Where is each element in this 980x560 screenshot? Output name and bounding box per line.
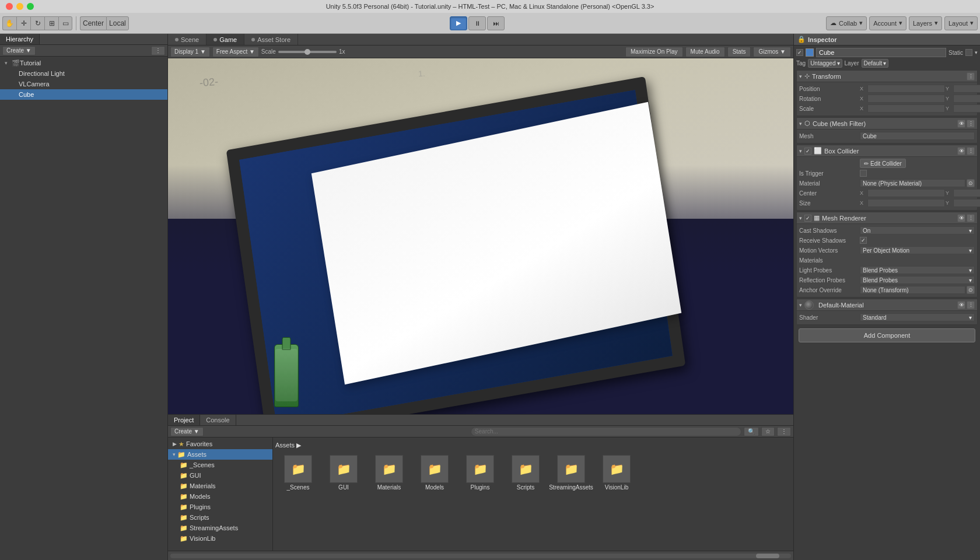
center-y-input[interactable]: 0 xyxy=(953,189,980,197)
center-x-input[interactable]: 0 xyxy=(867,189,945,197)
project-tab[interactable]: Project xyxy=(168,415,200,425)
receive-shadows-checkbox[interactable] xyxy=(860,237,867,244)
folder-streaming-assets[interactable]: 📁 StreamingAssets xyxy=(168,523,272,533)
rotate-tool[interactable]: ↻ xyxy=(30,16,44,30)
play-button[interactable]: ▶ xyxy=(450,16,467,30)
folder-gui[interactable]: 📁 GUI xyxy=(168,470,272,481)
rect-tool[interactable]: ▭ xyxy=(58,16,72,30)
hierarchy-item-directional-light[interactable]: Directional Light xyxy=(0,68,167,79)
transform-context-btn[interactable]: ⋮ xyxy=(967,72,975,80)
folder-visionlib[interactable]: 📁 VisionLib xyxy=(168,533,272,544)
game-viewport[interactable]: -02- 1. xyxy=(168,58,793,414)
account-dropdown[interactable]: Account ▾ xyxy=(869,16,907,30)
tab-scene[interactable]: Scene xyxy=(168,34,206,45)
mesh-renderer-enable-checkbox[interactable] xyxy=(804,215,811,222)
minimize-button[interactable] xyxy=(16,3,23,10)
collider-material-dropdown[interactable]: None (Physic Material) xyxy=(860,179,965,187)
reflection-probes-dropdown[interactable]: Blend Probes ▾ xyxy=(860,276,975,284)
transform-component-header[interactable]: ▾ ⊹ Transform ⋮ xyxy=(797,71,977,82)
anchor-override-pick-btn[interactable]: ⊙ xyxy=(967,286,975,294)
scale-tool[interactable]: ⊞ xyxy=(44,16,58,30)
mute-audio-btn[interactable]: Mute Audio xyxy=(685,47,725,57)
material-header[interactable]: ▾ Default-Material 👁 ⋮ xyxy=(797,299,977,311)
mesh-value-dropdown[interactable]: Cube xyxy=(860,132,975,140)
tag-dropdown[interactable]: Untagged ▾ xyxy=(808,59,842,68)
layer-dropdown[interactable]: Default ▾ xyxy=(862,59,889,68)
mesh-filter-context-btn[interactable]: ⋮ xyxy=(967,120,975,128)
light-probes-dropdown[interactable]: Blend Probes ▾ xyxy=(860,266,975,274)
asset-visionlib[interactable]: 📁 VisionLib xyxy=(596,455,637,491)
scale-slider[interactable] xyxy=(278,51,337,53)
asset-scenes[interactable]: 📁 _Scenes xyxy=(278,455,318,491)
collab-dropdown[interactable]: ☁ Collab ▾ xyxy=(826,16,867,30)
rot-y-input[interactable]: 0 xyxy=(953,94,980,103)
mesh-renderer-eye-btn[interactable]: 👁 xyxy=(957,214,965,222)
anchor-override-dropdown[interactable]: None (Transform) xyxy=(860,286,965,294)
mesh-filter-header[interactable]: ▾ ⬡ Cube (Mesh Filter) 👁 ⋮ xyxy=(797,118,977,130)
asset-gui[interactable]: 📁 GUI xyxy=(323,455,364,491)
box-collider-enable-checkbox[interactable] xyxy=(804,148,811,155)
assets-root-item[interactable]: ▾ 📁 Assets xyxy=(168,449,272,460)
maximize-on-play-btn[interactable]: Maximize On Play xyxy=(625,47,683,57)
close-button[interactable] xyxy=(6,3,13,10)
folder-scenes[interactable]: 📁 _Scenes xyxy=(168,460,272,470)
favorites-item[interactable]: ▶ ★ Favorites xyxy=(168,439,272,449)
hierarchy-options-btn[interactable]: ⋮ xyxy=(151,46,165,55)
project-options-btn[interactable]: ⋮ xyxy=(777,427,791,436)
project-star-btn[interactable]: ☆ xyxy=(761,427,775,436)
hierarchy-scene-root[interactable]: ▾ 🎬 Tutorial xyxy=(0,58,167,68)
static-checkbox[interactable] xyxy=(965,49,972,56)
mesh-renderer-header[interactable]: ▾ ▦ Mesh Renderer 👁 ⋮ xyxy=(797,212,977,224)
material-eye-btn[interactable]: 👁 xyxy=(957,301,965,309)
scale-y-input[interactable]: 600 xyxy=(953,104,980,113)
create-hierarchy-btn[interactable]: Create ▼ xyxy=(2,46,36,55)
add-component-button[interactable]: Add Component xyxy=(799,328,975,342)
hierarchy-item-vlcamera[interactable]: VLCamera xyxy=(0,79,167,89)
pos-y-input[interactable]: 0 xyxy=(953,85,980,93)
box-collider-header[interactable]: ▾ ⬜ Box Collider 👁 ⋮ xyxy=(797,145,977,157)
folder-plugins[interactable]: 📁 Plugins xyxy=(168,502,272,512)
mesh-renderer-context-btn[interactable]: ⋮ xyxy=(967,214,975,222)
cast-shadows-dropdown[interactable]: On ▾ xyxy=(860,226,975,235)
console-tab[interactable]: Console xyxy=(200,415,236,425)
hierarchy-item-cube[interactable]: Cube xyxy=(0,89,167,100)
box-collider-context-btn[interactable]: ⋮ xyxy=(967,147,975,155)
hand-tool[interactable]: ✋ xyxy=(2,16,16,30)
is-trigger-checkbox[interactable] xyxy=(860,170,867,177)
material-context-btn[interactable]: ⋮ xyxy=(967,301,975,309)
aspect-dropdown[interactable]: Free Aspect ▼ xyxy=(212,47,259,57)
step-button[interactable]: ⏭ xyxy=(487,16,505,30)
folder-scripts[interactable]: 📁 Scripts xyxy=(168,512,272,523)
asset-scripts[interactable]: 📁 Scripts xyxy=(505,455,546,491)
hierarchy-tab[interactable]: Hierarchy xyxy=(0,34,40,44)
motion-vectors-dropdown[interactable]: Per Object Motion ▾ xyxy=(860,246,975,254)
mesh-filter-eye-btn[interactable]: 👁 xyxy=(957,120,965,128)
layout-dropdown[interactable]: Layout ▾ xyxy=(944,16,978,30)
move-tool[interactable]: ✛ xyxy=(16,16,30,30)
project-create-btn[interactable]: Create ▼ xyxy=(170,427,204,436)
asset-materials[interactable]: 📁 Materials xyxy=(369,455,410,491)
tab-asset-store[interactable]: Asset Store xyxy=(244,34,298,45)
project-search-input[interactable] xyxy=(471,427,741,436)
asset-models[interactable]: 📁 Models xyxy=(414,455,455,491)
folder-models[interactable]: 📁 Models xyxy=(168,491,272,502)
display-dropdown[interactable]: Display 1 ▼ xyxy=(170,47,210,57)
layers-dropdown[interactable]: Layers ▾ xyxy=(909,16,942,30)
scale-x-input[interactable]: 800 xyxy=(867,104,945,113)
maximize-button[interactable] xyxy=(27,3,34,10)
project-h-scrollbar[interactable] xyxy=(170,554,791,558)
object-enabled-checkbox[interactable] xyxy=(796,49,803,56)
folder-materials[interactable]: 📁 Materials xyxy=(168,481,272,491)
asset-streaming[interactable]: 📁 StreamingAssets xyxy=(551,455,592,491)
rot-x-input[interactable]: 0 xyxy=(867,94,945,103)
inspector-lock-icon[interactable]: 🔒 xyxy=(797,36,806,43)
object-color-swatch[interactable] xyxy=(806,48,814,57)
project-h-scrollbar-thumb[interactable] xyxy=(756,554,779,558)
stats-btn[interactable]: Stats xyxy=(727,47,751,57)
collider-material-pick-btn[interactable]: ⊙ xyxy=(967,179,975,187)
pause-button[interactable]: ⏸ xyxy=(468,16,486,30)
tab-game[interactable]: Game xyxy=(206,34,244,45)
center-btn[interactable]: Center xyxy=(80,16,106,30)
local-btn[interactable]: Local xyxy=(106,16,129,30)
gizmos-dropdown[interactable]: Gizmos ▼ xyxy=(753,47,791,57)
